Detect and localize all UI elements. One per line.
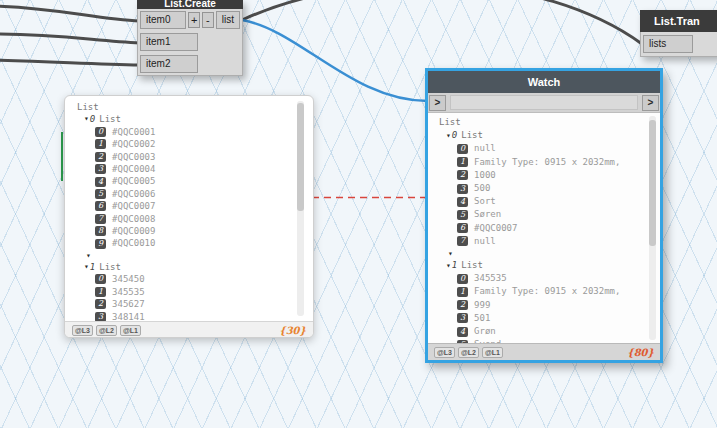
- node-watch[interactable]: Watch > > List ▾ 0 List 0null 1Family Ty…: [425, 68, 663, 363]
- list-item-value: Svend: [474, 338, 501, 343]
- list-item-value: 999: [474, 299, 490, 312]
- group-index: 0: [90, 113, 95, 125]
- collapse-arrow-icon[interactable]: ▾: [84, 113, 89, 125]
- list-item-value: #QQC0009: [112, 225, 155, 237]
- preview-list-view[interactable]: List ▾ 0 List 0#QQC0001 1#QQC0002 2#QQC0…: [65, 96, 313, 321]
- list-item-index: 8: [95, 226, 106, 236]
- list-item: 0345450: [77, 273, 313, 285]
- watch-ports-row: > >: [428, 93, 660, 113]
- wire-item0-input[interactable]: [0, 6, 140, 21]
- list-item: 5Søren: [439, 208, 660, 221]
- node-row: item2: [138, 53, 242, 75]
- watch-input-port[interactable]: >: [429, 95, 446, 111]
- list-item: 6#QQC0007: [439, 222, 660, 235]
- list-item-index: 6: [457, 223, 468, 233]
- list-item-value: #QQC0005: [112, 175, 155, 187]
- watch-list-view[interactable]: List ▾ 0 List 0null 1Family Type: 0915 x…: [428, 113, 660, 343]
- port-lists[interactable]: lists: [643, 35, 693, 53]
- list-item-index: 2: [457, 300, 468, 310]
- group-label: List: [99, 261, 121, 273]
- list-item-index: 0: [457, 274, 468, 284]
- list-group-header[interactable]: ▾ 0 List: [77, 113, 313, 125]
- port-item0[interactable]: item0: [140, 11, 186, 29]
- add-input-button[interactable]: +: [188, 12, 200, 28]
- list-item-value: null: [474, 235, 496, 248]
- list-item-index: 1: [457, 287, 468, 297]
- list-item: 3348141: [77, 311, 313, 322]
- dynamo-workspace[interactable]: List.Create item0 + - list item1 item2 L…: [0, 0, 717, 428]
- wire-item1-input[interactable]: [0, 34, 140, 43]
- port-item1[interactable]: item1: [140, 33, 198, 51]
- list-item-index: 2: [95, 299, 106, 309]
- list-item-value: 500: [474, 182, 490, 195]
- list-item: 7#QQC0008: [77, 213, 313, 225]
- list-item-value: 1000: [474, 169, 496, 182]
- list-item-value: Grøn: [474, 325, 496, 338]
- list-item-value: Sort: [474, 195, 496, 208]
- list-item: 6#QQC0007: [77, 200, 313, 212]
- list-item-value: #QQC0003: [112, 151, 155, 163]
- bubble-scrollbar[interactable]: [297, 101, 304, 316]
- port-item2[interactable]: item2: [140, 55, 198, 73]
- list-item-index: 7: [95, 214, 106, 224]
- list-item-index: 1: [457, 157, 468, 167]
- list-item: 1345535: [77, 286, 313, 298]
- list-group-header[interactable]: ▾ 1 List: [77, 261, 313, 273]
- more-items-icon[interactable]: ▾: [439, 248, 660, 259]
- level-badge: @L2: [96, 325, 117, 336]
- list-item-index: 3: [95, 312, 106, 321]
- list-item: 9#QQC0010: [77, 237, 313, 249]
- list-group-header[interactable]: ▾ 1 List: [439, 259, 660, 272]
- node-list-create[interactable]: List.Create item0 + - list item1 item2: [137, 0, 243, 76]
- scrollbar-thumb[interactable]: [649, 120, 656, 246]
- list-root-label: List: [77, 101, 313, 113]
- remove-input-button[interactable]: -: [202, 12, 214, 28]
- node-row: item1: [138, 31, 242, 53]
- node-watch-header[interactable]: Watch: [428, 71, 660, 93]
- item-count-badge: {30}: [279, 325, 306, 336]
- node-list-transpose[interactable]: List.Tran lists: [640, 10, 717, 57]
- list-item-index: 1: [95, 287, 106, 297]
- list-item: 3500: [439, 182, 660, 195]
- level-badge: @L1: [120, 325, 141, 336]
- watch-output-port[interactable]: >: [642, 95, 659, 111]
- scrollbar-thumb[interactable]: [297, 103, 304, 211]
- watch-scrollbar[interactable]: [649, 116, 656, 340]
- group-index: 1: [452, 259, 457, 272]
- list-item-value: #QQC0007: [112, 200, 155, 212]
- list-item: 0345535: [439, 272, 660, 285]
- port-list-output[interactable]: list: [216, 11, 240, 29]
- list-group-header[interactable]: ▾ 0 List: [439, 129, 660, 142]
- collapse-arrow-icon[interactable]: ▾: [446, 259, 451, 272]
- list-item-value: Family Type: 0915 x 2032mm,: [474, 156, 626, 169]
- collapse-arrow-icon[interactable]: ▾: [84, 261, 89, 273]
- node-list-create-header[interactable]: List.Create: [137, 0, 243, 9]
- list-item: 1Family Type: 0915 x 2032mm,: [439, 285, 660, 298]
- node-list-transpose-header[interactable]: List.Tran: [640, 10, 717, 32]
- group-label: List: [461, 259, 483, 272]
- group-label: List: [99, 113, 121, 125]
- list-item-index: 3: [457, 313, 468, 323]
- list-item: 2999: [439, 299, 660, 312]
- list-item-index: 1: [95, 139, 106, 149]
- list-item-value: #QQC0006: [112, 188, 155, 200]
- node-row: item0 + - list: [138, 9, 242, 31]
- list-item-index: 9: [95, 239, 106, 249]
- list-item-index: 3: [457, 184, 468, 194]
- more-items-icon[interactable]: ▾: [77, 250, 313, 261]
- preview-bubble[interactable]: List ▾ 0 List 0#QQC0001 1#QQC0002 2#QQC0…: [64, 95, 314, 338]
- list-item: 4Sort: [439, 195, 660, 208]
- list-item-index: 2: [457, 170, 468, 180]
- list-item-value: #QQC0007: [474, 222, 517, 235]
- list-item-value: 345450: [112, 273, 145, 285]
- node-list-transpose-body: lists: [640, 32, 717, 57]
- list-item: 8#QQC0009: [77, 225, 313, 237]
- wire-list-to-transpose[interactable]: [242, 0, 642, 44]
- item-count-badge: {80}: [627, 347, 654, 358]
- collapse-arrow-icon[interactable]: ▾: [446, 129, 451, 142]
- list-item: 1Family Type: 0915 x 2032mm,: [439, 156, 660, 169]
- wire-item2-input[interactable]: [0, 60, 140, 65]
- list-item: 2#QQC0003: [77, 151, 313, 163]
- list-item: 0#QQC0001: [77, 126, 313, 138]
- wire-list-to-watch[interactable]: [242, 20, 428, 101]
